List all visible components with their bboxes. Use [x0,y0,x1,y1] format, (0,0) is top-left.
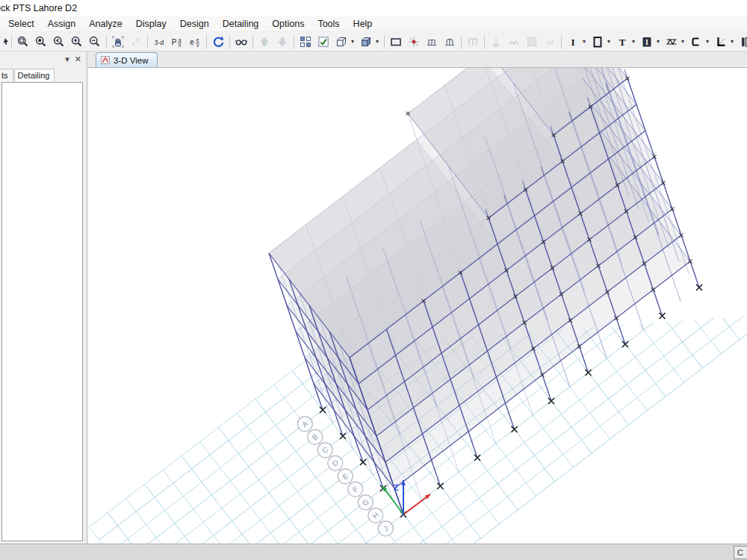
zoom-fit-button[interactable] [32,34,50,50]
view-tab-strip: 3-D View [88,52,747,67]
view-elev-button[interactable]: eev [186,34,204,50]
object-shading-icon [359,35,373,49]
snap-dots-icon [129,35,143,49]
sec-T-button[interactable]: T [613,34,631,50]
pan-button[interactable] [109,34,127,50]
sec-boxI-icon: I [640,35,654,49]
zoom-previous-button[interactable] [50,34,68,50]
sec-xx-button[interactable] [663,34,681,50]
sec-angle-button[interactable] [712,34,730,50]
model-explorer-panel: ▾ ✕ tsDetailing [0,52,86,544]
support-dim-icon [489,35,503,49]
sec-xx-icon [665,35,678,49]
view-elev-icon: eev [188,35,202,49]
shrink-objects-icon [299,35,312,49]
menu-item-select[interactable]: Select [1,17,41,31]
sec-angle-icon [714,35,728,49]
workspace: ▾ ✕ tsDetailing 3-D View ABCDEFGHJZ [0,52,747,544]
panel-dim-button [523,34,541,50]
zoom-window-icon [16,35,30,49]
svg-text:e: e [196,37,199,42]
support-dim-button [487,34,505,50]
object-shading-dropdown-icon[interactable]: ▾ [376,38,382,45]
sec-wall-icon [739,35,747,49]
svg-text:T: T [619,36,626,47]
menu-item-assign[interactable]: Assign [41,17,83,31]
menu-item-tools[interactable]: Tools [311,17,346,31]
menu-item-detailing[interactable]: Detailing [216,17,266,31]
sec-C-button[interactable] [687,34,705,50]
panel-tab-detailing[interactable]: Detailing [14,69,55,81]
frame-dim-button [464,34,482,50]
extrude-view-button[interactable] [332,34,350,50]
pointer-partial-button[interactable] [0,34,9,50]
svg-text:nd: nd [546,38,554,46]
view-3d-icon: 3-d [152,35,166,49]
sec-boxI-button[interactable]: I [638,34,656,50]
draw-rect-button[interactable] [387,34,405,50]
perspective-glasses-icon [235,35,248,49]
tab-3d-view[interactable]: 3-D View [96,52,158,67]
snap-point-button[interactable] [405,34,423,50]
zoom-out-button[interactable] [86,34,104,50]
menu-item-design[interactable]: Design [173,17,216,31]
view-plan-button[interactable]: Pan [168,34,186,50]
shrink-objects-button[interactable] [297,34,314,50]
move-down-icon [276,35,289,49]
toolbar-separator [206,35,207,49]
show-options-check-button[interactable] [314,34,332,50]
panel-dim-icon [525,35,539,49]
toolbar-separator [294,35,294,49]
window-title: ock PTS Lahore D2 [0,3,77,13]
elev-section-a-icon [425,35,438,49]
status-bar: C [0,544,747,560]
svg-text:3-d: 3-d [155,38,164,46]
view-3d-button[interactable]: 3-d [150,34,168,50]
zoom-in-button[interactable] [68,34,86,50]
z-axis-label: Z [394,483,399,492]
elev-section-a-button[interactable] [423,34,441,50]
menu-item-options[interactable]: Options [265,17,311,31]
panel-content[interactable] [1,82,83,541]
rotate-3d-button[interactable] [209,34,227,50]
3d-viewport[interactable]: ABCDEFGHJZ [88,67,747,544]
sec-I-button[interactable]: I [564,34,582,50]
sec-C-dropdown-icon[interactable]: ▾ [706,38,712,45]
sec-boxI-dropdown-icon[interactable]: ▾ [657,38,663,45]
nd-label-button: nd [541,34,559,50]
axis-triad: Z [382,480,430,514]
sec-rect-button[interactable] [589,34,607,50]
extrude-view-dropdown-icon[interactable]: ▾ [351,38,357,45]
zoom-out-icon [88,35,102,49]
sec-rect-dropdown-icon[interactable]: ▾ [607,38,613,45]
zoom-previous-icon [52,35,66,49]
sec-angle-dropdown-icon[interactable]: ▾ [731,38,737,45]
elev-section-b-button[interactable] [441,34,459,50]
pan-icon [111,35,125,49]
menu-bar: SelectAssignAnalyzeDisplayDesignDetailin… [0,16,747,32]
toolbar-separator [484,35,485,49]
panel-collapse-icon[interactable]: ▾ [65,55,69,63]
status-right-box[interactable]: C [734,546,747,559]
toolbar-separator [384,35,385,49]
menu-item-display[interactable]: Display [129,17,173,31]
sec-xx-dropdown-icon[interactable]: ▾ [681,38,687,45]
sec-wall-button[interactable] [737,34,747,50]
snap-point-icon [407,35,421,49]
menu-item-help[interactable]: Help [347,17,379,31]
rotate-3d-icon [211,35,225,49]
toolbar-separator [561,35,562,49]
move-down-button [273,34,291,50]
zoom-in-icon [70,35,84,49]
panel-close-icon[interactable]: ✕ [75,55,81,63]
menu-item-analyze[interactable]: Analyze [82,17,128,31]
3d-scene[interactable]: ABCDEFGHJZ [88,68,747,544]
object-shading-button[interactable] [357,34,375,50]
draw-rect-icon [389,35,403,49]
panel-tab-ts[interactable]: ts [0,69,13,81]
sec-T-dropdown-icon[interactable]: ▾ [632,38,638,45]
perspective-glasses-button[interactable] [232,34,250,50]
snap-dots-button [127,34,145,50]
sec-I-dropdown-icon[interactable]: ▾ [583,38,589,45]
zoom-window-button[interactable] [14,34,32,50]
